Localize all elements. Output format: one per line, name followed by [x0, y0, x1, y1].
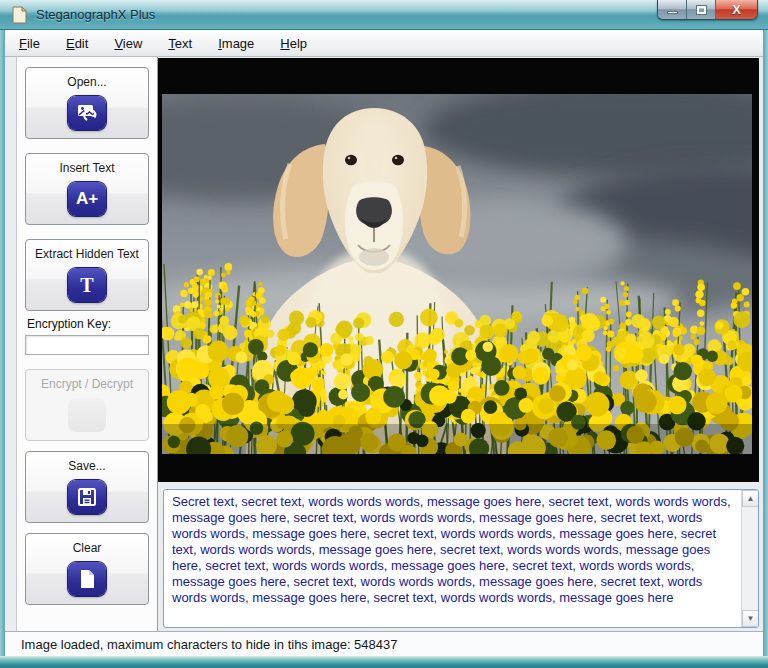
maximize-button[interactable]	[687, 0, 716, 19]
scroll-down-icon: ▼	[747, 614, 755, 623]
open-image-icon	[68, 96, 106, 130]
insert-text-label: Insert Text	[28, 161, 146, 175]
extract-text-label: Extract Hidden Text	[28, 247, 146, 261]
menu-text[interactable]: Text	[168, 36, 192, 51]
window-border-bottom	[0, 656, 768, 668]
title-bar: SteganographX Plus X	[0, 0, 768, 30]
status-text: Image loaded, maximum characters to hide…	[21, 637, 397, 652]
scroll-down-button[interactable]: ▼	[742, 610, 759, 627]
encrypt-decrypt-icon	[68, 398, 106, 432]
maximize-icon	[697, 6, 706, 14]
menu-edit[interactable]: Edit	[66, 36, 88, 51]
window-controls: X	[657, 0, 758, 20]
save-icon	[68, 480, 106, 514]
scroll-up-button[interactable]: ▲	[742, 490, 759, 507]
close-button[interactable]: X	[716, 0, 757, 19]
extract-hidden-text-button[interactable]: Extract Hidden Text T	[25, 239, 149, 311]
clear-button-label: Clear	[28, 541, 146, 555]
open-button[interactable]: Open...	[25, 67, 149, 139]
app-window: SteganographX Plus X File Edit View Text…	[0, 0, 768, 668]
menu-view[interactable]: View	[114, 36, 142, 51]
window-border-right	[763, 30, 768, 656]
message-text[interactable]: Secret text, secret text, words words wo…	[164, 490, 741, 627]
save-button-label: Save...	[28, 459, 146, 473]
menu-bar: File Edit View Text Image Help	[5, 30, 763, 57]
insert-text-button[interactable]: Insert Text A+	[25, 153, 149, 225]
clear-button[interactable]: Clear	[25, 533, 149, 605]
encryption-key-input[interactable]	[25, 335, 149, 355]
sidebar: Open... Insert Text A+ Extr	[16, 57, 158, 631]
encrypt-decrypt-button: Encrypt / Decrypt	[25, 369, 149, 441]
clear-page-icon	[68, 562, 106, 596]
close-icon: X	[732, 2, 741, 17]
encrypt-decrypt-label: Encrypt / Decrypt	[28, 377, 146, 391]
menu-help[interactable]: Help	[280, 36, 307, 51]
message-scrollbar[interactable]: ▲ ▼	[741, 490, 758, 627]
save-button[interactable]: Save...	[25, 451, 149, 523]
insert-text-icon: A+	[68, 182, 106, 216]
menu-file[interactable]: File	[19, 36, 40, 51]
minimize-button[interactable]	[658, 0, 687, 19]
image-viewer	[158, 58, 759, 482]
open-button-label: Open...	[28, 75, 146, 89]
app-icon	[10, 6, 28, 24]
message-textbox[interactable]: Secret text, secret text, words words wo…	[163, 489, 759, 628]
encryption-key-label: Encryption Key:	[27, 317, 149, 331]
scroll-up-icon: ▲	[747, 494, 755, 503]
extract-text-icon: T	[68, 268, 106, 302]
menu-image[interactable]: Image	[218, 36, 254, 51]
loaded-photo	[162, 94, 752, 454]
window-title: SteganographX Plus	[36, 7, 155, 22]
client-area: Open... Insert Text A+ Extr	[5, 57, 763, 631]
status-bar: Image loaded, maximum characters to hide…	[5, 631, 763, 656]
minimize-icon	[667, 11, 678, 14]
